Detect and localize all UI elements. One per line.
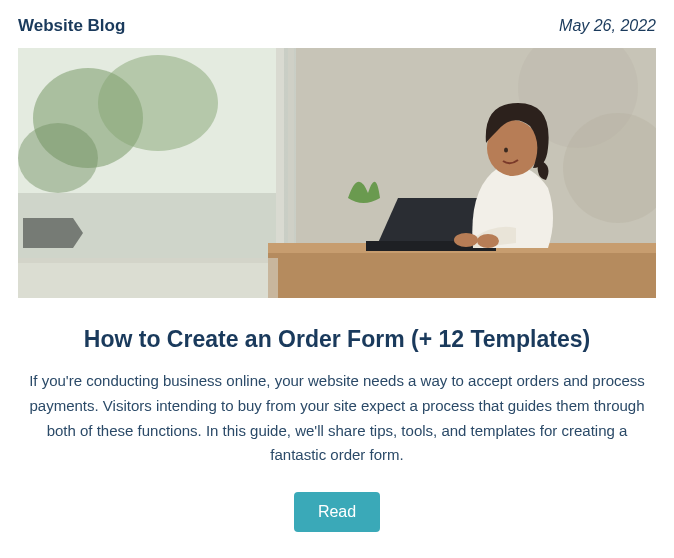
publish-date: May 26, 2022 bbox=[559, 17, 656, 35]
read-button[interactable]: Read bbox=[294, 492, 380, 532]
svg-point-2 bbox=[98, 55, 218, 151]
hero-illustration bbox=[18, 48, 656, 298]
hero-image bbox=[18, 48, 656, 298]
svg-rect-18 bbox=[18, 258, 278, 298]
article-title: How to Create an Order Form (+ 12 Templa… bbox=[26, 326, 648, 353]
header: Website Blog May 26, 2022 bbox=[18, 10, 656, 48]
svg-point-16 bbox=[454, 233, 478, 247]
brand-title: Website Blog bbox=[18, 16, 125, 36]
article-content: How to Create an Order Form (+ 12 Templa… bbox=[18, 298, 656, 532]
svg-point-17 bbox=[477, 234, 499, 248]
svg-point-15 bbox=[504, 148, 508, 153]
article-excerpt: If you're conducting business online, yo… bbox=[26, 369, 648, 468]
svg-point-3 bbox=[18, 123, 98, 193]
